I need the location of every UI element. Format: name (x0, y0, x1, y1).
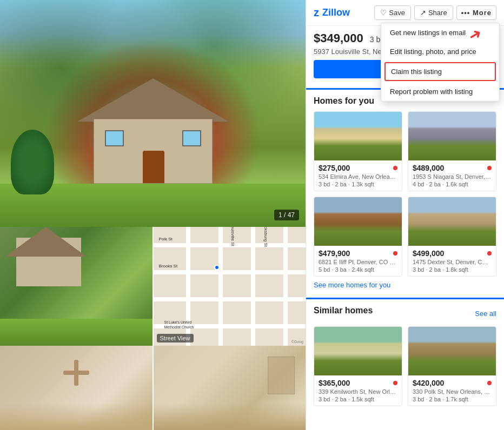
dropdown-item-claim-listing[interactable]: Claim this listing (384, 62, 496, 81)
similar-home-address-1: 330 Polk St, New Orleans, LA... (413, 388, 492, 395)
home-card-3[interactable]: $499,000 1475 Dexter St, Denver, CO... 3… (408, 197, 496, 277)
heart-icon: ♡ (380, 9, 387, 17)
home-address-0: 534 Elmira Ave, New Orleans... (319, 173, 397, 180)
home-card-image-2 (314, 197, 402, 246)
similar-home-info-1: $420,000 330 Polk St, New Orleans, LA...… (408, 375, 496, 406)
similar-homes-title: Similar homes (314, 306, 373, 315)
right-panel[interactable]: z Zillow ♡ Save ↗ Share ••• More Get new… (306, 0, 504, 430)
interior-photos (0, 346, 306, 430)
similar-home-image-0 (314, 327, 402, 375)
similar-home-address-0: 339 Kenilworth St, New Orle... (319, 388, 397, 395)
home-card-info-1: $489,000 1953 S Niagara St, Denver, C...… (408, 160, 496, 191)
middle-photos: Polk St Brooks St Louisville St Vicksbur… (0, 227, 306, 346)
photo-panel: 1 / 47 Polk St Brooks (0, 0, 306, 430)
home-card-image-0 (314, 112, 402, 160)
home-address-3: 1475 Dexter St, Denver, CO... (413, 259, 492, 265)
more-button[interactable]: ••• More (456, 5, 496, 20)
map-street-label: Louisville St (230, 227, 235, 246)
similar-home-details-1: 3 bd · 2 ba · 1.7k sqft (413, 396, 492, 402)
similar-status-dot-1 (487, 381, 492, 385)
header-actions: ♡ Save ↗ Share ••• More (374, 5, 496, 20)
share-icon: ↗ (420, 9, 426, 17)
map-thumbnail[interactable]: Polk St Brooks St Louisville St Vicksbur… (154, 227, 306, 346)
home-card-info-0: $275,000 534 Elmira Ave, New Orleans... … (314, 160, 402, 191)
home-details-1: 4 bd · 2 ba · 1.6k sqft (413, 181, 492, 187)
status-dot-1 (487, 166, 492, 170)
status-dot-3 (487, 251, 492, 256)
street-view-label: Street View (157, 334, 194, 342)
map-copyright: ©Goog (291, 340, 303, 344)
more-label: More (473, 9, 492, 17)
home-details-0: 3 bd · 2 ba · 1.3k sqft (319, 181, 397, 187)
see-more-homes-link[interactable]: See more homes for you (314, 281, 496, 289)
home-card-info-2: $479,900 6821 E Iliff Pl, Denver, CO 80.… (314, 246, 402, 276)
dropdown-item-report-problem[interactable]: Report problem with listing (381, 82, 499, 101)
similar-home-price-1: $420,000 (413, 379, 444, 387)
map-street-label: Brooks St (159, 264, 178, 268)
home-details-3: 3 bd · 2 ba · 1.8k sqft (413, 266, 492, 273)
street-photo[interactable] (0, 227, 152, 346)
similar-home-details-0: 3 bd · 2 ba · 1.5k sqft (319, 396, 397, 402)
homes-for-you-section: Homes for you $275,000 534 Elmira Ave, N… (306, 90, 504, 298)
similar-home-card-0[interactable]: $365,000 339 Kenilworth St, New Orle... … (314, 326, 402, 406)
home-card-1[interactable]: $489,000 1953 S Niagara St, Denver, C...… (408, 111, 496, 191)
interior-photo-1[interactable] (0, 346, 152, 430)
map-street-label: Vicksburg St (263, 227, 268, 247)
homes-for-you-grid: $275,000 534 Elmira Ave, New Orleans... … (314, 111, 496, 277)
similar-homes-header: Similar homes See all (314, 306, 496, 321)
home-price-1: $489,000 (413, 164, 444, 172)
similar-home-price-0: $365,000 (319, 379, 350, 387)
home-details-2: 5 bd · 3 ba · 2.4k sqft (319, 266, 397, 273)
home-address-1: 1953 S Niagara St, Denver, C... (413, 173, 492, 180)
more-dots-icon: ••• (461, 9, 470, 17)
main-photo[interactable]: 1 / 47 (0, 0, 306, 227)
home-card-info-3: $499,000 1475 Dexter St, Denver, CO... 3… (408, 246, 496, 276)
map-street-label: Polk St (159, 237, 173, 241)
similar-home-card-1[interactable]: $420,000 330 Polk St, New Orleans, LA...… (408, 326, 496, 406)
status-dot-0 (393, 166, 397, 170)
similar-home-info-0: $365,000 339 Kenilworth St, New Orle... … (314, 375, 402, 406)
zillow-brand-name: Zillow (322, 7, 350, 18)
photo-counter: 1 / 47 (274, 210, 299, 220)
dropdown-item-edit-listing[interactable]: Edit listing, photo, and price (381, 42, 499, 61)
similar-homes-grid: $365,000 339 Kenilworth St, New Orle... … (314, 326, 496, 406)
zillow-logo: z Zillow (314, 6, 350, 19)
similar-homes-section: Similar homes See all $365,000 339 Kenil… (306, 299, 504, 413)
interior-photo-2[interactable] (154, 346, 306, 430)
share-button[interactable]: ↗ Share (414, 5, 453, 20)
similar-status-dot-0 (393, 381, 397, 385)
home-card-image-1 (408, 112, 496, 160)
home-card-image-3 (408, 197, 496, 246)
save-button[interactable]: ♡ Save (374, 5, 411, 20)
save-label: Save (389, 9, 405, 17)
home-card-2[interactable]: $479,900 6821 E Iliff Pl, Denver, CO 80.… (314, 197, 402, 277)
share-label: Share (428, 9, 447, 17)
home-price-2: $479,900 (319, 249, 350, 258)
home-address-2: 6821 E Iliff Pl, Denver, CO 80... (319, 259, 397, 265)
see-all-link[interactable]: See all (475, 310, 496, 318)
status-dot-2 (393, 251, 397, 256)
map-landmark: St Luke's UnitedMethodist Church (164, 320, 194, 330)
similar-home-image-1 (408, 327, 496, 375)
home-price-0: $275,000 (319, 164, 350, 172)
zillow-z-icon: z (314, 6, 319, 19)
listing-price: $349,000 (314, 31, 363, 45)
header: z Zillow ♡ Save ↗ Share ••• More (306, 0, 504, 26)
home-price-3: $499,000 (413, 249, 444, 258)
home-card-0[interactable]: $275,000 534 Elmira Ave, New Orleans... … (314, 111, 402, 191)
